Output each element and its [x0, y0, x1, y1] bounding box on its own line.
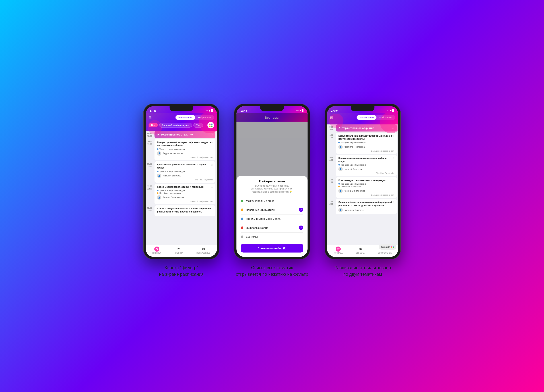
opening-star-1[interactable]: ☆	[210, 133, 213, 136]
battery-icon-2: ▉	[302, 110, 304, 112]
theme-dot-3	[241, 226, 243, 229]
status-icons-3: ▪▪▪ ▾ ▉	[387, 110, 394, 112]
session-star-0[interactable]: ☆	[211, 141, 213, 144]
day-num-fri-3: 27	[336, 247, 341, 252]
topic-dot-2-0	[157, 190, 159, 191]
dot-filter-btn-1[interactable]	[207, 122, 214, 128]
caption-1: Кнопка "фильтр" на экране расписания	[143, 265, 219, 277]
venue-3-2: Большой конференц-зал	[338, 194, 394, 196]
segmented-control-1: Расписание Избранное	[175, 115, 214, 120]
session-card-0[interactable]: ☆ Концептуальный аппарат цифровых медиа:…	[154, 139, 215, 160]
speaker-name-0: Людмила Нестерова	[162, 152, 183, 155]
speaker-name-3-3: Екатерина Виктор...	[344, 209, 364, 211]
session-card-3[interactable]: Связи с общественностью в новой цифровой…	[154, 205, 215, 216]
grid-icon-3[interactable]: ⊞	[330, 115, 333, 120]
filter-badge[interactable]: Темы (2)	[379, 244, 396, 250]
speaker-name-3-1: Николай Венгеров	[344, 168, 362, 170]
day-num-fri-1: 27	[154, 247, 160, 252]
phone-3-shell: 17:49 ▪▪▪ ▾ ▉ ⊞ Расписание Избранное	[325, 104, 401, 259]
session-star-3-2[interactable]: ☆	[392, 179, 395, 182]
avatar-3-3: 👤	[338, 208, 343, 212]
speaker-name-3-2: Леонид Синельников	[344, 190, 365, 192]
battery-icon-3: ▉	[392, 110, 394, 112]
topic-dot-3-0-0	[338, 142, 340, 143]
filter-badge-text: Темы (2)	[381, 246, 390, 248]
session-row-2: 11:00 12:00 ☆ Кросс-медиа: перспективы и…	[146, 184, 217, 206]
session-row-1: 10:00 11:00 ☆ Креативные рекламные решен…	[146, 161, 217, 184]
session-topic-0-0: Тренды в мире масс-медиа	[157, 148, 213, 150]
theme-item-3[interactable]: Цифровые медиа ✓	[241, 223, 303, 233]
battery-icon: ▉	[211, 110, 213, 112]
check-badge-3: ✓	[299, 225, 303, 230]
speaker-row-2: 👤 Леонид Синельников	[157, 195, 213, 200]
modal-sheet: Выберите темы Выберите то, что вам интер…	[237, 176, 307, 257]
speaker-row-0: 👤 Людмила Нестерова	[157, 151, 213, 156]
day-btn-sun-1[interactable]: 29 ВОСКРЕСЕНЬЕ	[196, 247, 210, 254]
theme-item-0[interactable]: Международный опыт	[241, 197, 303, 205]
session-star-3-0[interactable]: ☆	[392, 134, 395, 137]
schedule-content-1: 09:30 10:00 ⚑ Торжественное открытие ☆	[146, 131, 217, 245]
venue-0: Большой конференц-зал	[157, 156, 213, 159]
theme-item-1[interactable]: Новейшие инициативы ✓	[241, 205, 303, 215]
session-row-3-2: 11:00 12:00 ☆ Кросс-медиа: перспективы и…	[327, 177, 398, 199]
caption-3: Расписание отфильтровано по двум тематик…	[325, 265, 401, 277]
signal-icon-2: ▪▪▪	[296, 110, 299, 112]
session-row-3-1: 10:00 11:00 ☆ Креативные рекламные решен…	[327, 155, 398, 177]
venue-2: Большой конференц-зал	[157, 200, 213, 202]
check-badge-1: ✓	[299, 208, 303, 212]
favorites-tab-3[interactable]: Избранное	[376, 115, 395, 120]
avatar-3-2: 👤	[338, 189, 343, 193]
theme-dot-0	[241, 200, 243, 202]
session-card-3-1[interactable]: ☆ Креативные рекламные решения в digital…	[336, 155, 397, 176]
topic-dot-1-0	[157, 171, 159, 172]
chip-venue-1[interactable]: Большой конференц-за...	[159, 123, 192, 127]
session-row-3: 12:00 13:00 Связи с общественностью в но…	[146, 205, 217, 217]
theme-item-2[interactable]: Тренды в мире масс-медиа	[241, 215, 303, 223]
session-topic-3-0-0: Тренды в мире масс-медиа	[338, 141, 394, 144]
schedule-tab-3[interactable]: Расписание	[357, 115, 377, 120]
session-star-3-1[interactable]: ☆	[392, 157, 395, 160]
chip-all-1[interactable]: Все	[149, 123, 158, 127]
filter-chips-1: Все Большой конференц-за... The	[149, 122, 214, 128]
schedule-tab-1[interactable]: Расписание	[176, 115, 195, 120]
session-title-2: Кросс-медиа: перспективы и тенденции	[157, 185, 213, 189]
status-icons-1: ▪▪▪ ▾ ▉	[206, 110, 213, 112]
session-card-3-0[interactable]: ☆ Концептуальный аппарат цифровых медиа:…	[336, 133, 397, 154]
apply-btn[interactable]: Применить выбор (2)	[241, 244, 303, 253]
signal-icon-3: ▪▪▪	[387, 110, 389, 112]
theme-item-4[interactable]: Без темы	[241, 233, 303, 241]
session-topic-1-0: Тренды в мире масс-медиа	[157, 170, 213, 173]
day-label-sat-3: СУББОТА	[356, 252, 365, 254]
avatar-3-0: 👤	[338, 145, 343, 149]
theme-name-1: Новейшие инициативы	[246, 208, 299, 211]
nav-row-3: ⊞ Расписание Избранное	[330, 115, 395, 120]
session-time-3: 12:00 13:00	[146, 205, 153, 212]
session-star-2[interactable]: ☆	[211, 185, 213, 188]
session-time-3-2: 11:00 12:00	[327, 177, 334, 184]
day-btn-sat-3[interactable]: 28 СУББОТА	[356, 247, 365, 254]
venue-1: The Hub, Royal Mile	[157, 179, 213, 181]
session-card-3-3[interactable]: ☆ Связи с общественностью в новой цифров…	[336, 199, 397, 214]
session-star-1[interactable]: ☆	[211, 163, 213, 166]
wifi-icon: ▾	[209, 110, 210, 112]
session-card-2[interactable]: ☆ Кросс-медиа: перспективы и тенденции Т…	[154, 184, 215, 205]
day-btn-fri-1[interactable]: 27 ПЯТНИЦА	[152, 247, 161, 254]
avatar-3-1: 👤	[338, 167, 343, 171]
day-btn-fri-3[interactable]: 27 ПЯТНИЦА	[334, 247, 343, 254]
speaker-row-3-2: 👤 Леонид Синельников	[338, 189, 394, 193]
grid-icon-1[interactable]: ⊞	[149, 115, 152, 120]
favorites-tab-1[interactable]: Избранное	[195, 115, 214, 120]
day-btn-sat-1[interactable]: 28 СУББОТА	[174, 247, 183, 254]
session-card-1[interactable]: ☆ Креативные рекламные решения в digital…	[154, 161, 215, 183]
session-row-3-0: 10:00 11:00 ☆ Концептуальный аппарат циф…	[327, 133, 398, 155]
speaker-row-3-0: 👤 Людмила Нестерова	[338, 145, 394, 149]
session-card-3-2[interactable]: ☆ Кросс-медиа: перспективы и тенденции Т…	[336, 177, 397, 198]
session-star-3-3[interactable]: ☆	[392, 201, 395, 204]
modal-title: Выберите темы	[241, 179, 303, 183]
chip-the-1[interactable]: The	[194, 123, 203, 127]
notch-2	[260, 106, 284, 111]
wifi-icon-3: ▾	[390, 110, 391, 112]
notch-3	[351, 106, 374, 111]
wifi-icon-2: ▾	[300, 110, 301, 112]
avatar-2: 👤	[157, 195, 161, 200]
